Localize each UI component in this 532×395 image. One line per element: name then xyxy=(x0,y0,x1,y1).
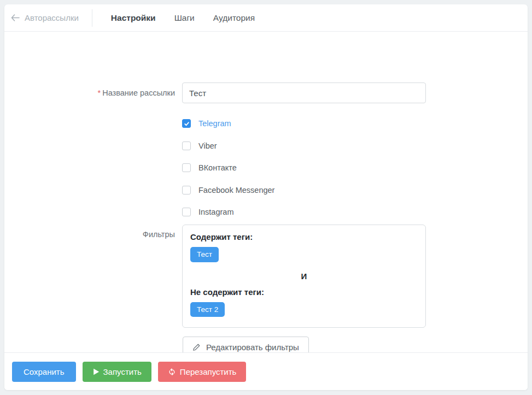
run-button-label: Запустить xyxy=(103,367,142,376)
channel-checkbox-group: Telegram Viber ВКонтакте Facebook Messen… xyxy=(182,113,357,223)
filters-summary-box: Содержит теги: Тест И Не содержит теги: … xyxy=(182,225,426,328)
channel-viber[interactable]: Viber xyxy=(182,135,357,157)
save-button[interactable]: Сохранить xyxy=(12,362,76,382)
edit-filters-button-label: Редактировать фильтры xyxy=(206,343,299,352)
tab-audience[interactable]: Аудитория xyxy=(213,13,255,23)
channel-label: Facebook Messenger xyxy=(198,186,274,194)
name-input[interactable] xyxy=(182,82,426,103)
checkbox-unchecked-icon[interactable] xyxy=(182,186,191,194)
channel-vkontakte[interactable]: ВКонтакте xyxy=(182,157,357,179)
tab-bar: Настройки Шаги Аудитория xyxy=(111,13,255,23)
arrow-left-icon xyxy=(11,14,20,21)
run-button[interactable]: Запустить xyxy=(83,362,151,382)
pencil-icon xyxy=(192,343,201,351)
header-divider xyxy=(92,9,92,27)
not-contains-tags-heading: Не содержит теги: xyxy=(190,287,418,297)
play-icon xyxy=(92,368,100,375)
back-link[interactable]: Авторассылки xyxy=(11,13,79,22)
contains-tags-heading: Содержит теги: xyxy=(190,232,418,241)
channel-instagram[interactable]: Instagram xyxy=(182,201,357,223)
filters-operator: И xyxy=(190,272,418,281)
channel-label: Viber xyxy=(198,142,217,150)
checkbox-checked-icon[interactable] xyxy=(182,119,191,128)
checkbox-unchecked-icon[interactable] xyxy=(182,142,191,150)
checkbox-unchecked-icon[interactable] xyxy=(182,208,191,216)
required-asterisk: * xyxy=(98,89,101,97)
channel-label: ВКонтакте xyxy=(198,163,237,172)
tag-badge: Тест xyxy=(190,247,219,262)
restart-button[interactable]: Перезапустить xyxy=(158,362,247,382)
back-link-label: Авторассылки xyxy=(25,13,79,22)
refresh-icon xyxy=(168,368,176,376)
channel-telegram[interactable]: Telegram xyxy=(182,113,357,135)
filters-label: Фильтры xyxy=(143,230,175,239)
tab-settings[interactable]: Настройки xyxy=(111,13,156,23)
tag-badge: Тест 2 xyxy=(190,302,225,317)
checkbox-unchecked-icon[interactable] xyxy=(182,163,191,172)
channel-facebook-messenger[interactable]: Facebook Messenger xyxy=(182,179,357,202)
footer-action-bar: Сохранить Запустить Перезапустить xyxy=(4,352,528,390)
tab-steps[interactable]: Шаги xyxy=(174,13,195,23)
restart-button-label: Перезапустить xyxy=(180,367,237,376)
channel-label: Telegram xyxy=(198,119,231,128)
name-field-label: *Название рассылки xyxy=(98,89,175,97)
main-card: Авторассылки Настройки Шаги Аудитория *Н… xyxy=(4,4,528,390)
name-field-label-text: Название рассылки xyxy=(102,89,175,97)
header: Авторассылки Настройки Шаги Аудитория xyxy=(4,4,528,32)
channel-label: Instagram xyxy=(198,208,233,216)
save-button-label: Сохранить xyxy=(24,367,65,376)
